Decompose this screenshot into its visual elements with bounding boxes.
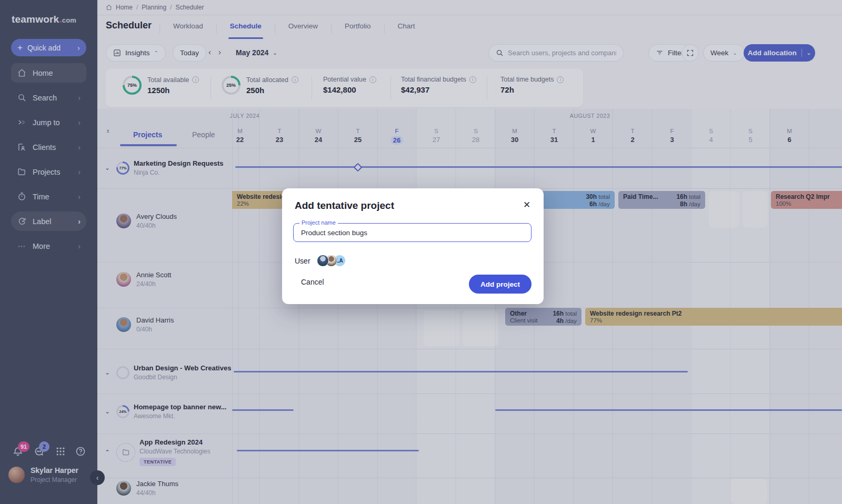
user-picker: User LA <box>295 255 342 267</box>
add-tentative-project-modal: Add tentative project ✕ Project name Use… <box>282 188 544 304</box>
cancel-button[interactable]: Cancel <box>301 278 324 286</box>
modal-title: Add tentative project <box>295 200 394 211</box>
user-label: User <box>295 257 310 265</box>
scheduler-app: teamwork.com + Quick add › Home Search ›… <box>0 0 842 504</box>
project-name-input[interactable] <box>294 224 531 241</box>
close-icon[interactable]: ✕ <box>521 199 533 210</box>
project-name-field: Project name <box>293 223 532 242</box>
add-project-button[interactable]: Add project <box>469 275 532 294</box>
assignee-avatar[interactable] <box>317 255 329 267</box>
